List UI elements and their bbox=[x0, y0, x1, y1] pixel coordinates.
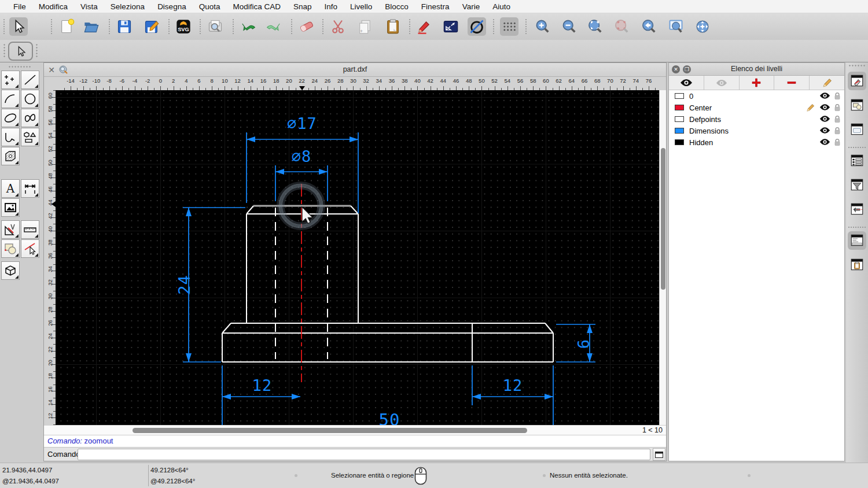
command-input[interactable] bbox=[78, 449, 650, 460]
layer-lock-icon[interactable] bbox=[834, 103, 841, 112]
zoom-window-button[interactable] bbox=[667, 17, 685, 36]
solid-3d-tool-button[interactable] bbox=[1, 261, 20, 280]
menu-blocco[interactable]: Blocco bbox=[378, 2, 415, 11]
zoom-out-button[interactable] bbox=[560, 17, 579, 36]
polyline-tool-button[interactable] bbox=[1, 128, 20, 146]
library-dock-icon[interactable] bbox=[848, 120, 866, 139]
new-file-button[interactable] bbox=[58, 17, 76, 36]
layer-lock-icon[interactable] bbox=[834, 92, 841, 100]
menu-seleziona[interactable]: Seleziona bbox=[104, 2, 151, 11]
layer-row-center[interactable]: Center bbox=[669, 102, 844, 113]
pointer-tool-button[interactable] bbox=[9, 17, 28, 36]
menu-snap[interactable]: Snap bbox=[287, 2, 318, 11]
horizontal-scrollbar[interactable]: 1 < 10 bbox=[44, 425, 666, 435]
eraser-button[interactable] bbox=[297, 17, 316, 36]
h-ruler-label: 76 bbox=[646, 77, 652, 84]
tab-close-icon[interactable]: ✕ bbox=[47, 65, 56, 75]
ellipse-tool-button[interactable] bbox=[1, 109, 20, 127]
filter-dock-icon[interactable] bbox=[848, 176, 866, 194]
shape-tool-button[interactable] bbox=[21, 128, 39, 146]
properties-dock-icon[interactable] bbox=[848, 151, 866, 170]
open-file-button[interactable] bbox=[82, 17, 101, 36]
arc-tool-button[interactable] bbox=[1, 90, 20, 108]
menu-aiuto[interactable]: Aiuto bbox=[486, 2, 517, 11]
point-tool-button[interactable] bbox=[1, 71, 20, 89]
h-ruler-label: -2 bbox=[145, 77, 150, 84]
pan-button[interactable] bbox=[693, 17, 712, 36]
menu-livello[interactable]: Livello bbox=[344, 2, 378, 11]
spline-tool-button[interactable] bbox=[21, 109, 39, 127]
measure-tool-button[interactable] bbox=[21, 220, 39, 239]
panel-close-icon[interactable]: ✕ bbox=[672, 65, 680, 73]
dimension-style-button[interactable] bbox=[442, 17, 460, 36]
horizontal-scrollbar-thumb[interactable] bbox=[133, 428, 527, 433]
block-tool-button[interactable] bbox=[1, 239, 20, 258]
tab-preview-icon[interactable] bbox=[59, 65, 68, 75]
menu-modifica[interactable]: Modifica bbox=[32, 2, 74, 11]
select-tool-button[interactable] bbox=[21, 239, 39, 258]
line-tool-button[interactable] bbox=[21, 71, 39, 89]
h-ruler-tick bbox=[109, 86, 110, 90]
zoom-in-button[interactable] bbox=[534, 17, 552, 36]
pen-button[interactable] bbox=[415, 17, 433, 36]
add-layer-button[interactable] bbox=[740, 76, 775, 90]
menu-modifica-cad[interactable]: Modifica CAD bbox=[226, 2, 287, 11]
menu-disegna[interactable]: Disegna bbox=[151, 2, 193, 11]
layer-visible-icon[interactable] bbox=[819, 127, 830, 134]
hide-all-layers-button[interactable] bbox=[704, 76, 740, 90]
reference-dock-icon[interactable] bbox=[848, 200, 866, 219]
image-tool-button[interactable] bbox=[1, 198, 20, 217]
command-dock-icon[interactable] bbox=[848, 231, 866, 250]
hatch-tool-button[interactable] bbox=[1, 147, 20, 165]
menu-file[interactable]: File bbox=[7, 2, 32, 11]
edit-layer-button[interactable] bbox=[810, 76, 844, 90]
menu-info[interactable]: Info bbox=[318, 2, 344, 11]
paste-button[interactable] bbox=[384, 17, 402, 36]
panel-float-icon[interactable]: ❐ bbox=[683, 65, 691, 73]
copy-button[interactable]: + bbox=[356, 17, 374, 36]
undo-button[interactable] bbox=[238, 17, 257, 36]
dimension-tool-button[interactable] bbox=[21, 179, 39, 198]
modify-tool-button[interactable] bbox=[1, 220, 20, 239]
layer-lock-icon[interactable] bbox=[834, 115, 841, 123]
save-as-button[interactable] bbox=[142, 17, 161, 36]
print-preview-button[interactable] bbox=[206, 17, 225, 36]
layer-visible-icon[interactable] bbox=[819, 92, 830, 99]
layer-lock-icon[interactable] bbox=[834, 127, 841, 135]
zoom-auto-button[interactable] bbox=[586, 17, 605, 36]
layers-dock-icon[interactable] bbox=[848, 72, 866, 90]
menu-finestra[interactable]: Finestra bbox=[415, 2, 456, 11]
vertical-scrollbar[interactable] bbox=[659, 90, 666, 425]
clipboard-dock-icon[interactable] bbox=[848, 256, 866, 274]
keyboard-toggle-button[interactable] bbox=[653, 448, 665, 461]
palette-handle[interactable] bbox=[8, 66, 31, 68]
redo-button[interactable] bbox=[265, 17, 284, 36]
grid-toggle-button[interactable] bbox=[500, 17, 518, 36]
cut-button[interactable] bbox=[329, 17, 347, 36]
svg-export-button[interactable]: SVG bbox=[174, 17, 193, 36]
tab-title[interactable]: part.dxf bbox=[44, 63, 666, 76]
blocks-dock-icon[interactable] bbox=[848, 96, 866, 114]
layer-row-defpoints[interactable]: Defpoints bbox=[669, 113, 844, 125]
menu-quota[interactable]: Quota bbox=[193, 2, 227, 11]
layer-row-dimensions[interactable]: Dimensions bbox=[669, 125, 844, 136]
vertical-scrollbar-thumb[interactable] bbox=[661, 148, 665, 290]
layer-row-hidden[interactable]: Hidden bbox=[669, 136, 844, 148]
menu-varie[interactable]: Varie bbox=[456, 2, 487, 11]
show-all-layers-button[interactable] bbox=[669, 76, 704, 90]
layer-visible-icon[interactable] bbox=[819, 138, 830, 146]
draft-circle-toggle-button[interactable] bbox=[468, 17, 486, 36]
remove-layer-button[interactable] bbox=[774, 76, 810, 90]
zoom-previous-button[interactable] bbox=[640, 17, 659, 36]
menu-vista[interactable]: Vista bbox=[74, 2, 104, 11]
circle-tool-button[interactable] bbox=[21, 90, 39, 108]
drawing-canvas[interactable]: ⌀17 ⌀8 24 12 12 6 50 bbox=[56, 90, 659, 425]
text-tool-button[interactable]: A bbox=[1, 179, 20, 198]
save-button[interactable] bbox=[115, 17, 134, 36]
selection-pointer-button[interactable] bbox=[8, 42, 33, 61]
layer-lock-icon[interactable] bbox=[834, 138, 841, 146]
layer-visible-icon[interactable] bbox=[819, 115, 830, 123]
layer-visible-icon[interactable] bbox=[819, 103, 830, 111]
zoom-selection-button[interactable] bbox=[613, 17, 631, 36]
layer-row-0[interactable]: 0 bbox=[669, 90, 844, 102]
